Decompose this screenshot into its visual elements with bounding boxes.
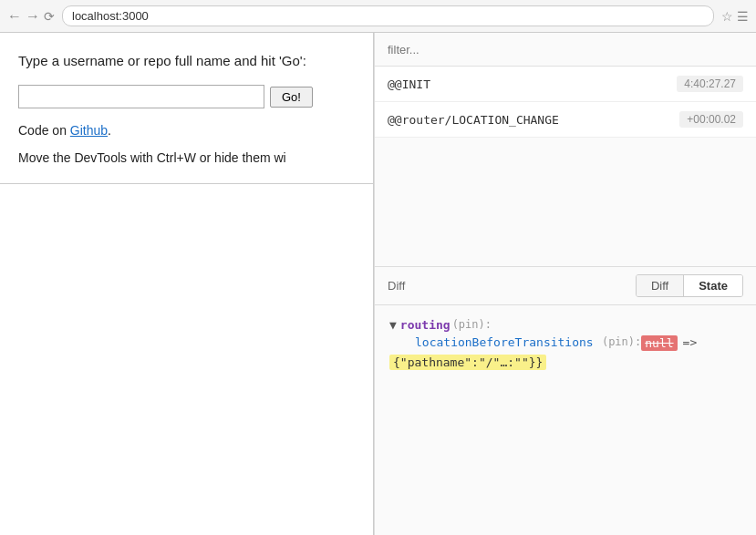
filter-input[interactable] [388,43,743,57]
bottom-section: Diff Diff State ▼ routing (pin): locatio… [375,267,756,535]
action-time: +00:00.02 [679,111,743,128]
repo-input[interactable] [18,85,264,108]
go-button[interactable]: Go! [270,87,313,108]
action-list: @@INIT 4:40:27.27 @@router/LOCATION_CHAN… [375,67,756,267]
action-item-init[interactable]: @@INIT 4:40:27.27 [375,67,756,102]
arrow-op: => [683,335,698,349]
back-button[interactable]: ← [7,8,22,25]
diff-section-label: Diff [388,279,405,293]
new-value: {"pathname":"/"…:""}} [389,355,546,370]
code-on-text: Code on Github. [18,123,355,138]
divider [0,183,373,184]
prop-line: locationBeforeTransitions (pin): null => [389,335,741,351]
expand-arrow-icon[interactable]: ▼ [389,318,397,332]
action-time: 4:40:27.27 [677,76,743,92]
prop-key: locationBeforeTransitions [415,335,594,349]
null-value: null [641,335,677,351]
forward-button[interactable]: → [26,8,40,25]
tab-state[interactable]: State [684,275,742,296]
bookmark-button[interactable]: ☆ [721,9,733,24]
move-devtools-text: Move the DevTools with Ctrl+W or hide th… [18,150,355,165]
routing-pin: (pin): [452,318,492,331]
action-name: @@router/LOCATION_CHANGE [388,113,559,127]
github-link[interactable]: Github [70,123,108,138]
menu-button[interactable]: ☰ [737,9,749,24]
tab-bar: Diff Diff State [375,267,756,305]
heading: Type a username or repo full name and hi… [18,51,355,70]
reload-button[interactable]: ⟳ [44,9,55,24]
right-panel: @@INIT 4:40:27.27 @@router/LOCATION_CHAN… [374,33,756,535]
url-bar[interactable]: localhost:3000 [72,9,149,23]
routing-line: ▼ routing (pin): [389,318,741,332]
action-name: @@INIT [388,77,430,91]
diff-content: ▼ routing (pin): locationBeforeTransitio… [375,305,756,535]
prop-pin: (pin): [595,335,642,348]
filter-bar [375,33,756,67]
new-value-line: {"pathname":"/"…:""}} [389,355,741,370]
routing-key: routing [400,318,450,332]
tab-diff[interactable]: Diff [637,275,684,296]
action-item-location[interactable]: @@router/LOCATION_CHANGE +00:00.02 [375,102,756,138]
tab-buttons: Diff State [636,274,743,297]
left-panel: Type a username or repo full name and hi… [0,33,374,535]
